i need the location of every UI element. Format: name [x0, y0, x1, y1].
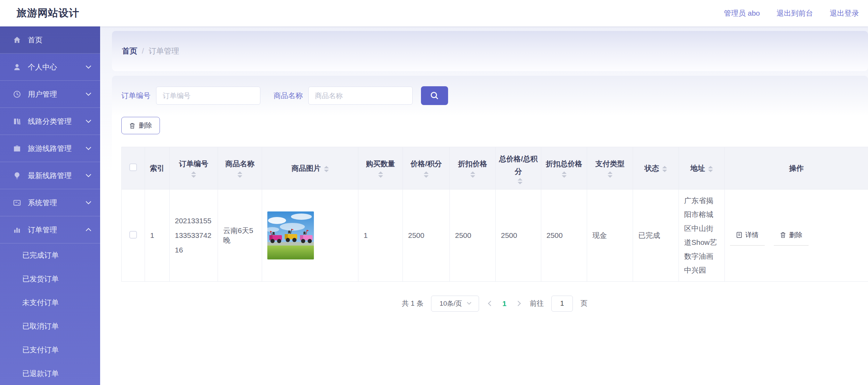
chevron-down-icon [86, 63, 91, 69]
product-name-input[interactable] [308, 87, 413, 105]
row-select-cell [122, 190, 145, 281]
chevron-left-icon [488, 301, 494, 306]
page-unit-label: 页 [581, 299, 587, 308]
sidebar-item-profile[interactable]: 个人中心 [0, 54, 100, 81]
col-header-actions: 操作 [725, 147, 868, 190]
subitem-label: 已完成订单 [22, 250, 59, 260]
col-header-quantity[interactable]: 购买数量 [358, 147, 403, 190]
search-icon [429, 90, 440, 101]
col-header-address[interactable]: 地址 [679, 147, 725, 190]
sidebar-item-users[interactable]: 用户管理 [0, 81, 100, 108]
col-header-discount-price[interactable]: 折扣价格 [450, 147, 496, 190]
col-header-pay-type[interactable]: 支付类型 [587, 147, 633, 190]
sort-caret-icon[interactable] [708, 166, 713, 172]
breadcrumb-current: 订单管理 [148, 46, 179, 56]
col-header-discount-total[interactable]: 折扣总价格 [541, 147, 587, 190]
sidebar-subitem-shipped-orders[interactable]: 已发货订单 [0, 267, 100, 291]
sort-caret-icon[interactable] [662, 166, 667, 172]
sidebar-subitem-refunded-orders[interactable]: 已退款订单 [0, 362, 100, 385]
bulk-delete-button[interactable]: 删除 [121, 117, 160, 134]
col-header-product-image[interactable]: 商品图片 [262, 147, 358, 190]
chevron-up-icon [86, 228, 91, 234]
sidebar-item-label: 旅游线路管理 [28, 144, 72, 153]
sort-caret-icon[interactable] [237, 171, 242, 178]
prev-page-button[interactable] [487, 299, 495, 307]
detail-button[interactable]: 详情 [730, 226, 765, 246]
row-delete-button[interactable]: 删除 [774, 226, 809, 246]
sort-caret-icon[interactable] [378, 171, 383, 178]
cell-product-image [262, 190, 358, 281]
document-icon [736, 232, 742, 238]
goto-label: 前往 [530, 299, 544, 308]
app-title: 旅游网站设计 [17, 6, 79, 20]
sidebar-item-system[interactable]: 系统管理 [0, 189, 100, 216]
sidebar-subitem-paid-orders[interactable]: 已支付订单 [0, 338, 100, 362]
briefcase-icon [13, 144, 22, 153]
search-form: 订单编号 商品名称 [121, 86, 868, 105]
order-no-input[interactable] [156, 87, 260, 105]
chevron-down-icon [86, 199, 91, 204]
sidebar-subitem-cancelled-orders[interactable]: 已取消订单 [0, 314, 100, 338]
sidebar-item-latest-routes[interactable]: 最新线路管理 [0, 162, 100, 189]
breadcrumb-home[interactable]: 首页 [122, 46, 137, 56]
sidebar-item-home[interactable]: 首页 [0, 26, 100, 54]
sort-caret-icon[interactable] [518, 178, 522, 184]
col-header-price[interactable]: 价格/积分 [403, 147, 450, 190]
product-name-label: 商品名称 [274, 91, 303, 101]
cell-address: 广东省揭阳市榕城区中山街道Show艺数字油画中兴园 [679, 190, 725, 281]
page-size-value: 10条/页 [440, 299, 462, 308]
sidebar-item-route-category[interactable]: 线路分类管理 [0, 108, 100, 135]
top-header: 旅游网站设计 管理员 abo 退出到前台 退出登录 [0, 0, 868, 26]
sort-caret-icon[interactable] [562, 171, 567, 178]
cell-actions: 详情 删除 [725, 190, 868, 281]
chevron-down-icon [86, 118, 91, 123]
cell-total-price: 2500 [496, 190, 541, 281]
sidebar-item-travel-routes[interactable]: 旅游线路管理 [0, 135, 100, 162]
sort-caret-icon[interactable] [191, 171, 196, 178]
sidebar-subitem-completed-orders[interactable]: 已完成订单 [0, 243, 100, 267]
cell-order-no: 20213315513353374216 [170, 190, 218, 281]
col-header-product-name[interactable]: 商品名称 [218, 147, 262, 190]
select-all-checkbox[interactable] [129, 163, 137, 171]
chevron-down-icon [86, 145, 91, 150]
cell-pay-type: 现金 [587, 190, 633, 281]
cell-quantity: 1 [358, 190, 403, 281]
sidebar-item-orders[interactable]: 订单管理 [0, 216, 100, 243]
bulk-delete-label: 删除 [139, 121, 152, 130]
chevron-down-icon [86, 90, 91, 96]
detail-label: 详情 [745, 231, 759, 240]
search-button[interactable] [421, 86, 448, 105]
header-link-admin[interactable]: 管理员 abo [724, 8, 760, 18]
header-links: 管理员 abo 退出到前台 退出登录 [724, 8, 859, 18]
product-image[interactable] [267, 211, 314, 259]
book-icon [13, 117, 22, 126]
header-link-exit-to-front[interactable]: 退出到前台 [777, 8, 813, 18]
trash-icon [780, 232, 786, 238]
next-page-button[interactable] [514, 299, 522, 307]
sidebar-subitem-unpaid-orders[interactable]: 未支付订单 [0, 291, 100, 314]
bar-chart-icon [13, 225, 22, 234]
sort-caret-icon[interactable] [424, 171, 429, 178]
orders-table: 索引 订单编号 商品名称 商品图片 购买数量 价格/积分 折扣价格 总价格/总积… [121, 147, 868, 282]
col-header-total-price[interactable]: 总价格/总积分 [496, 147, 541, 190]
sidebar-item-label: 最新线路管理 [28, 171, 72, 181]
goto-page-input[interactable] [551, 296, 573, 312]
main-area: 首页 / 订单管理 订单编号 商品名称 删除 [100, 26, 868, 385]
col-header-status[interactable]: 状态 [633, 147, 679, 190]
sort-caret-icon[interactable] [470, 171, 475, 178]
select-all-cell [122, 147, 145, 190]
row-checkbox[interactable] [129, 231, 137, 239]
current-page[interactable]: 1 [502, 299, 506, 308]
subitem-label: 已发货订单 [22, 274, 59, 284]
page-size-select[interactable]: 10条/页 [431, 296, 479, 312]
sidebar-item-label: 线路分类管理 [28, 117, 72, 126]
col-header-order-no[interactable]: 订单编号 [170, 147, 218, 190]
row-delete-label: 删除 [789, 231, 802, 240]
cell-discount-total: 2500 [541, 190, 587, 281]
col-header-index: 索引 [145, 147, 170, 190]
table-header-row: 索引 订单编号 商品名称 商品图片 购买数量 价格/积分 折扣价格 总价格/总积… [122, 147, 868, 190]
cell-price: 2500 [403, 190, 450, 281]
sort-caret-icon[interactable] [324, 166, 329, 172]
sort-caret-icon[interactable] [608, 171, 613, 178]
header-link-logout[interactable]: 退出登录 [830, 8, 859, 18]
